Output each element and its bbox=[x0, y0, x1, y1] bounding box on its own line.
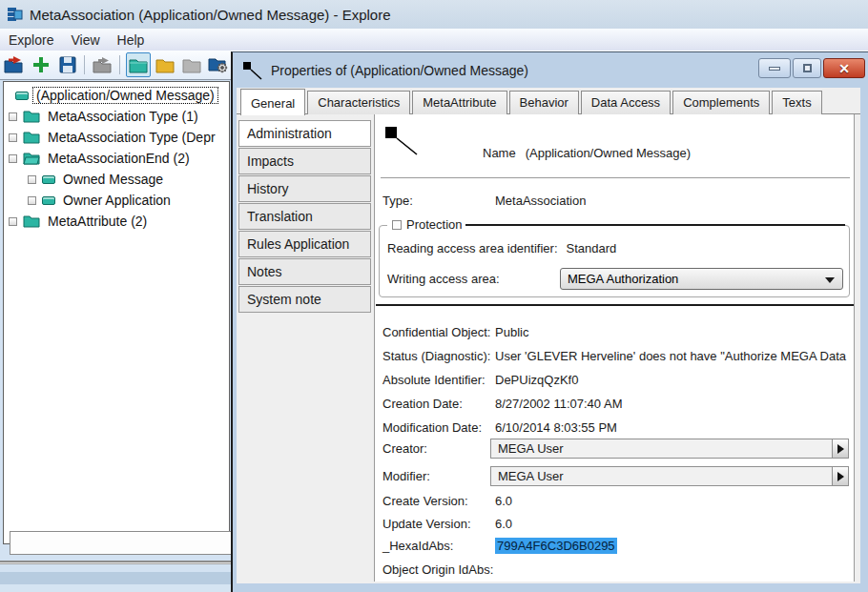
side-tab-impacts[interactable]: Impacts bbox=[238, 148, 371, 174]
type-value: MetaAssociation bbox=[495, 194, 850, 208]
tab-characteristics[interactable]: Characteristics bbox=[307, 91, 410, 114]
maximize-icon bbox=[803, 64, 812, 72]
hexa-id-field[interactable]: 799A4F6C3D6B0295 bbox=[495, 537, 850, 554]
tree-item-owner-application[interactable]: Owner Application bbox=[28, 190, 174, 211]
tab-behavior[interactable]: Behavior bbox=[509, 91, 579, 114]
association-icon-large bbox=[384, 126, 421, 156]
side-tab-rules-application[interactable]: Rules Application bbox=[238, 231, 371, 257]
side-tab-system-note[interactable]: System note bbox=[238, 286, 371, 313]
app-icon bbox=[7, 6, 24, 23]
modifier-row: Modifier: MEGA User bbox=[375, 465, 854, 487]
tree-item-root[interactable]: (Application/Owned Message) bbox=[15, 85, 217, 106]
reading-access-row: Reading access area identifier: Standard bbox=[387, 238, 616, 257]
protection-groupbox: Protection Reading access area identifie… bbox=[379, 225, 850, 297]
menu-help[interactable]: Help bbox=[109, 31, 154, 50]
side-tab-list: Administration Impacts History Translati… bbox=[238, 120, 371, 314]
legend-rule bbox=[465, 224, 845, 226]
side-tab-translation[interactable]: Translation bbox=[238, 203, 371, 230]
arrow-right-icon bbox=[837, 472, 844, 481]
absolute-identifier-row: Absolute Identifier: DePUizqQzKf0 bbox=[375, 370, 854, 389]
creator-value: MEGA User bbox=[498, 441, 564, 456]
tree-item-owned-message[interactable]: Owned Message bbox=[28, 169, 166, 190]
modifier-field[interactable]: MEGA User bbox=[490, 466, 849, 486]
protection-checkbox[interactable] bbox=[392, 220, 402, 230]
expander-icon[interactable] bbox=[28, 196, 36, 205]
object-origin-row: Object Origin IdAbs: bbox=[375, 560, 854, 579]
writing-access-combobox[interactable]: MEGA Authorization bbox=[560, 268, 843, 290]
node-icon bbox=[42, 175, 55, 184]
tree-panel: (Application/Owned Message) MetaAssociat… bbox=[3, 81, 230, 544]
tree-item-metaassociation-type-depr[interactable]: MetaAssociation Type (Depr bbox=[9, 127, 218, 148]
creator-label: Creator: bbox=[382, 441, 497, 456]
toolbar-separator bbox=[84, 55, 85, 74]
name-row: Name (Application/Owned Message) bbox=[483, 143, 691, 162]
folder-icon bbox=[23, 110, 40, 123]
folder-settings-icon[interactable] bbox=[206, 52, 231, 77]
node-icon bbox=[42, 196, 55, 205]
minimize-button[interactable] bbox=[758, 58, 791, 78]
section-divider bbox=[376, 304, 854, 306]
modification-date-row: Modification Date: 6/10/2014 8:03:55 PM bbox=[375, 418, 854, 437]
tab-general[interactable]: General bbox=[240, 89, 305, 115]
side-tab-notes[interactable]: Notes bbox=[238, 258, 371, 285]
reading-access-label: Reading access area identifier: bbox=[387, 241, 558, 255]
expander-icon[interactable] bbox=[9, 154, 17, 163]
association-icon bbox=[242, 61, 263, 80]
writing-access-label: Writing access area: bbox=[387, 272, 500, 286]
open-model-icon[interactable] bbox=[2, 52, 27, 77]
status-diagnostic-row: Status (Diagnostic): User 'GLEVER Hervel… bbox=[375, 346, 854, 365]
menu-view[interactable]: View bbox=[62, 31, 108, 50]
writing-access-row: Writing access area: bbox=[387, 269, 500, 288]
main-window-titlebar[interactable]: MetaAssociation (Application/Owned Messa… bbox=[0, 0, 868, 29]
divider bbox=[381, 177, 850, 178]
tab-strip: General Characteristics MetaAttribute Be… bbox=[240, 89, 824, 114]
expander-icon[interactable] bbox=[9, 133, 17, 142]
creator-field[interactable]: MEGA User bbox=[490, 439, 849, 459]
new-icon[interactable] bbox=[29, 52, 53, 77]
side-tab-history[interactable]: History bbox=[238, 175, 371, 202]
tab-complements[interactable]: Complements bbox=[672, 91, 770, 114]
tree-item-metaassociationend[interactable]: MetaAssociationEnd (2) bbox=[9, 148, 193, 169]
object-origin-label: Object Origin IdAbs: bbox=[382, 562, 516, 577]
name-value: (Application/Owned Message) bbox=[526, 146, 691, 160]
hexa-id-row: _HexaIdAbs: 799A4F6C3D6B0295 bbox=[375, 536, 854, 555]
modifier-label: Modifier: bbox=[382, 469, 497, 483]
expander-icon[interactable] bbox=[9, 217, 17, 226]
reading-access-value: Standard bbox=[567, 241, 617, 255]
type-label: Type: bbox=[382, 194, 497, 208]
maximize-button[interactable] bbox=[793, 58, 821, 78]
toolbar-separator bbox=[119, 55, 120, 74]
general-tab-content: Name (Application/Owned Message) Type: M… bbox=[374, 114, 855, 582]
expander-icon[interactable] bbox=[9, 112, 17, 121]
teal-folder-icon[interactable] bbox=[126, 52, 151, 77]
tree-item-metaassociation-type-1[interactable]: MetaAssociation Type (1) bbox=[9, 106, 201, 127]
tab-data-access[interactable]: Data Access bbox=[581, 91, 671, 114]
menu-explore[interactable]: Explore bbox=[0, 31, 62, 50]
gray-folder-icon[interactable] bbox=[179, 52, 204, 77]
node-icon bbox=[15, 92, 29, 100]
menubar: Explore View Help bbox=[0, 29, 868, 51]
tree-item-metaattribute[interactable]: MetaAttribute (2) bbox=[9, 211, 150, 232]
close-button[interactable]: ✕ bbox=[823, 58, 865, 78]
type-row: Type: MetaAssociation bbox=[375, 191, 854, 210]
open-folder-icon[interactable] bbox=[91, 52, 115, 77]
confidential-object-row: Confidential Object: Public bbox=[375, 322, 854, 341]
tab-texts[interactable]: Texts bbox=[772, 91, 821, 114]
protection-legend: Protection bbox=[387, 217, 467, 232]
modifier-open-button[interactable] bbox=[832, 467, 848, 485]
tab-metaattribute[interactable]: MetaAttribute bbox=[412, 91, 506, 114]
create-version-row: Create Version: 6.0 bbox=[375, 491, 854, 510]
creator-row: Creator: MEGA User bbox=[375, 438, 854, 459]
open-folder-icon bbox=[23, 152, 40, 165]
expander-icon[interactable] bbox=[28, 175, 36, 184]
minimize-icon bbox=[769, 67, 780, 71]
hexa-id-value: 799A4F6C3D6B0295 bbox=[495, 538, 617, 554]
yellow-folder-icon[interactable] bbox=[153, 52, 177, 77]
save-icon[interactable] bbox=[55, 52, 80, 77]
screen: MetaAssociation (Application/Owned Messa… bbox=[0, 0, 868, 592]
side-tab-administration[interactable]: Administration bbox=[238, 120, 371, 147]
name-label: Name bbox=[483, 146, 516, 160]
folder-icon bbox=[23, 131, 40, 144]
creator-open-button[interactable] bbox=[832, 439, 848, 458]
bottom-panel bbox=[10, 531, 232, 555]
